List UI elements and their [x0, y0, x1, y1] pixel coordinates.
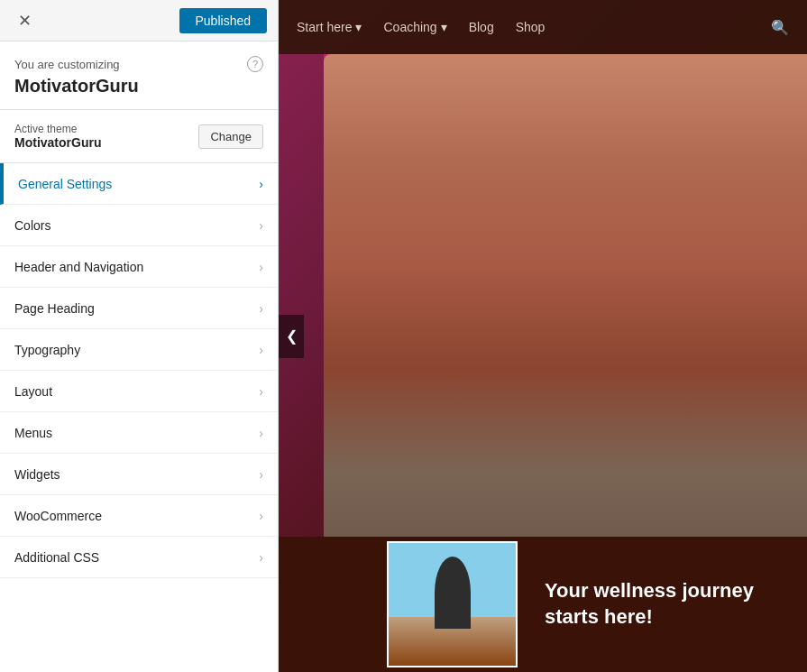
sidebar-item-colors[interactable]: Colors› — [0, 205, 278, 246]
sidebar-item-label: Layout — [14, 384, 52, 399]
chevron-right-icon: › — [259, 467, 263, 482]
sidebar-item-label: Menus — [14, 426, 52, 440]
change-theme-button[interactable]: Change — [198, 124, 263, 149]
help-icon[interactable]: ? — [247, 56, 263, 72]
sidebar-item-label: Colors — [14, 218, 50, 233]
woman-figure — [324, 54, 807, 577]
chevron-right-icon: › — [259, 177, 263, 191]
wellness-tagline: Your wellness journey starts here! — [545, 578, 807, 630]
sidebar-item-label: Widgets — [14, 467, 60, 482]
dropdown-arrow-icon: ▾ — [441, 20, 447, 34]
nav-item-coaching[interactable]: Coaching ▾ — [383, 20, 446, 34]
sidebar-item-widgets[interactable]: Widgets› — [0, 454, 278, 495]
sidebar-item-typography[interactable]: Typography› — [0, 329, 278, 371]
sidebar-item-page-heading[interactable]: Page Heading› — [0, 288, 278, 329]
right-panel: ❮ Start here ▾Coaching ▾BlogShop🔍 Your w… — [279, 0, 807, 672]
nav-item-start-here[interactable]: Start here ▾ — [297, 20, 362, 34]
chevron-right-icon: › — [259, 426, 263, 440]
site-name: MotivatorGuru — [14, 76, 263, 97]
collapse-panel-button[interactable]: ❮ — [279, 315, 304, 358]
sidebar-item-label: Header and Navigation — [14, 260, 143, 274]
menu-items: General Settings›Colors›Header and Navig… — [0, 163, 278, 672]
sidebar-item-header-and-navigation[interactable]: Header and Navigation› — [0, 246, 278, 288]
chevron-right-icon: › — [259, 301, 263, 316]
top-bar: ✕ Published — [0, 0, 278, 41]
nav-item-blog[interactable]: Blog — [469, 20, 494, 34]
chevron-right-icon: › — [259, 550, 263, 565]
chevron-right-icon: › — [259, 384, 263, 399]
sidebar-item-label: WooCommerce — [14, 509, 102, 523]
sidebar-item-layout[interactable]: Layout› — [0, 371, 278, 412]
nav-item-shop[interactable]: Shop — [516, 20, 546, 34]
sidebar-item-menus[interactable]: Menus› — [0, 412, 278, 454]
close-button[interactable]: ✕ — [11, 7, 39, 34]
left-panel: ✕ Published You are customizing ? Motiva… — [0, 0, 279, 672]
active-theme-name: MotivatorGuru — [14, 135, 101, 150]
active-theme-section: Active theme MotivatorGuru Change — [0, 110, 278, 163]
thumbnail-person — [435, 557, 471, 629]
sidebar-item-label: Page Heading — [14, 301, 95, 316]
sidebar-item-label: Additional CSS — [14, 550, 99, 565]
chevron-right-icon: › — [259, 260, 263, 274]
sidebar-item-label: General Settings — [18, 177, 112, 191]
active-theme-info: Active theme MotivatorGuru — [14, 123, 101, 150]
sidebar-item-additional-css[interactable]: Additional CSS› — [0, 537, 278, 578]
search-icon[interactable]: 🔍 — [771, 19, 789, 36]
customizing-label: You are customizing ? — [14, 56, 263, 72]
active-theme-label: Active theme — [14, 123, 101, 135]
sidebar-item-general-settings[interactable]: General Settings› — [0, 163, 278, 205]
thumbnail-image — [387, 541, 518, 667]
chevron-right-icon: › — [259, 509, 263, 523]
sidebar-item-label: Typography — [14, 343, 80, 357]
bottom-preview: Your wellness journey starts here! — [279, 537, 807, 672]
collapse-icon: ❮ — [286, 327, 298, 345]
dropdown-arrow-icon: ▾ — [355, 20, 362, 34]
customizing-section: You are customizing ? MotivatorGuru — [0, 41, 278, 110]
chevron-right-icon: › — [259, 343, 263, 357]
preview-navigation: Start here ▾Coaching ▾BlogShop🔍 — [279, 0, 807, 54]
published-button[interactable]: Published — [179, 8, 268, 33]
sidebar-item-woocommerce[interactable]: WooCommerce› — [0, 495, 278, 537]
chevron-right-icon: › — [259, 218, 263, 233]
customizing-text: You are customizing — [14, 58, 120, 71]
